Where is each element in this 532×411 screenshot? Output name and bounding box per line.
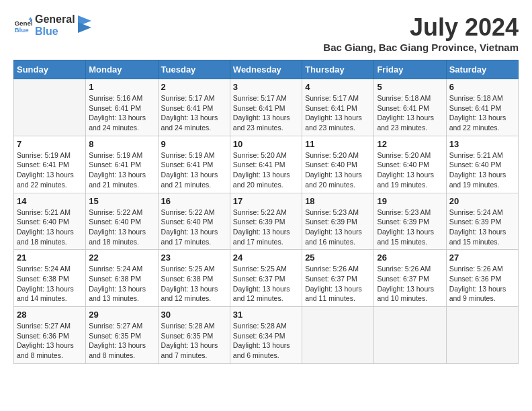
logo-blue: Blue [35, 26, 75, 38]
day-number: 16 [161, 196, 227, 206]
svg-text:Blue: Blue [14, 26, 29, 33]
svg-marker-5 [78, 22, 91, 33]
day-detail: Sunrise: 5:26 AM Sunset: 6:37 PM Dayligh… [377, 264, 443, 304]
calendar-header-row: SundayMondayTuesdayWednesdayThursdayFrid… [14, 60, 519, 79]
header-tuesday: Tuesday [158, 60, 230, 79]
calendar-cell: 9Sunrise: 5:19 AM Sunset: 6:41 PM Daylig… [158, 136, 230, 193]
day-detail: Sunrise: 5:26 AM Sunset: 6:36 PM Dayligh… [449, 264, 515, 304]
day-detail: Sunrise: 5:22 AM Sunset: 6:40 PM Dayligh… [161, 208, 227, 247]
day-number: 13 [449, 139, 515, 149]
day-number: 1 [89, 82, 154, 92]
calendar-cell: 18Sunrise: 5:23 AM Sunset: 6:39 PM Dayli… [302, 193, 374, 250]
day-number: 10 [233, 139, 299, 149]
day-number: 11 [305, 139, 371, 149]
day-detail: Sunrise: 5:22 AM Sunset: 6:39 PM Dayligh… [233, 208, 299, 247]
day-number: 8 [89, 139, 154, 149]
calendar-cell: 8Sunrise: 5:19 AM Sunset: 6:41 PM Daylig… [86, 136, 158, 193]
day-number: 19 [377, 196, 443, 206]
day-detail: Sunrise: 5:21 AM Sunset: 6:40 PM Dayligh… [449, 150, 515, 190]
header-monday: Monday [86, 60, 158, 79]
calendar-cell: 7Sunrise: 5:19 AM Sunset: 6:41 PM Daylig… [14, 136, 86, 193]
calendar-cell: 14Sunrise: 5:21 AM Sunset: 6:40 PM Dayli… [14, 193, 86, 250]
day-number: 12 [377, 139, 443, 149]
day-number: 22 [89, 253, 154, 263]
day-number: 30 [161, 310, 227, 320]
calendar-cell: 26Sunrise: 5:26 AM Sunset: 6:37 PM Dayli… [374, 250, 446, 307]
day-number: 24 [233, 253, 299, 263]
calendar-week-row: 21Sunrise: 5:24 AM Sunset: 6:38 PM Dayli… [14, 250, 519, 307]
day-detail: Sunrise: 5:19 AM Sunset: 6:41 PM Dayligh… [89, 150, 154, 190]
day-number: 9 [161, 139, 227, 149]
day-detail: Sunrise: 5:21 AM Sunset: 6:40 PM Dayligh… [17, 208, 83, 247]
day-number: 31 [233, 310, 299, 320]
day-detail: Sunrise: 5:17 AM Sunset: 6:41 PM Dayligh… [305, 93, 371, 133]
calendar-cell: 4Sunrise: 5:17 AM Sunset: 6:41 PM Daylig… [302, 79, 374, 136]
logo-flag-icon [78, 15, 91, 36]
day-number: 7 [17, 139, 83, 149]
day-number: 6 [449, 82, 515, 92]
day-detail: Sunrise: 5:27 AM Sunset: 6:35 PM Dayligh… [89, 321, 154, 361]
calendar-cell: 28Sunrise: 5:27 AM Sunset: 6:36 PM Dayli… [14, 307, 86, 364]
header-sunday: Sunday [14, 60, 86, 79]
day-detail: Sunrise: 5:17 AM Sunset: 6:41 PM Dayligh… [233, 93, 299, 133]
month-year-title: July 2024 [323, 13, 519, 42]
day-number: 2 [161, 82, 227, 92]
day-detail: Sunrise: 5:28 AM Sunset: 6:34 PM Dayligh… [233, 321, 299, 361]
day-number: 26 [377, 253, 443, 263]
day-detail: Sunrise: 5:16 AM Sunset: 6:41 PM Dayligh… [89, 93, 154, 133]
day-detail: Sunrise: 5:18 AM Sunset: 6:41 PM Dayligh… [377, 93, 443, 133]
day-detail: Sunrise: 5:18 AM Sunset: 6:41 PM Dayligh… [449, 93, 515, 133]
calendar-cell: 23Sunrise: 5:25 AM Sunset: 6:38 PM Dayli… [158, 250, 230, 307]
day-number: 15 [89, 196, 154, 206]
day-detail: Sunrise: 5:24 AM Sunset: 6:38 PM Dayligh… [17, 264, 83, 304]
calendar-cell [374, 307, 446, 364]
day-detail: Sunrise: 5:20 AM Sunset: 6:41 PM Dayligh… [233, 150, 299, 190]
header-saturday: Saturday [446, 60, 518, 79]
calendar-cell: 25Sunrise: 5:26 AM Sunset: 6:37 PM Dayli… [302, 250, 374, 307]
header-thursday: Thursday [302, 60, 374, 79]
calendar-cell: 1Sunrise: 5:16 AM Sunset: 6:41 PM Daylig… [86, 79, 158, 136]
title-block: July 2024 Bac Giang, Bac Giang Province,… [323, 13, 519, 53]
day-detail: Sunrise: 5:27 AM Sunset: 6:36 PM Dayligh… [17, 321, 83, 361]
day-detail: Sunrise: 5:20 AM Sunset: 6:40 PM Dayligh… [377, 150, 443, 190]
calendar-week-row: 1Sunrise: 5:16 AM Sunset: 6:41 PM Daylig… [14, 79, 519, 136]
calendar-cell [446, 307, 518, 364]
day-number: 18 [305, 196, 371, 206]
calendar-cell: 21Sunrise: 5:24 AM Sunset: 6:38 PM Dayli… [14, 250, 86, 307]
day-detail: Sunrise: 5:24 AM Sunset: 6:38 PM Dayligh… [89, 264, 154, 304]
logo-icon: General Blue [13, 16, 32, 35]
day-detail: Sunrise: 5:23 AM Sunset: 6:39 PM Dayligh… [305, 208, 371, 247]
day-detail: Sunrise: 5:25 AM Sunset: 6:38 PM Dayligh… [161, 264, 227, 304]
day-number: 29 [89, 310, 154, 320]
calendar-cell: 12Sunrise: 5:20 AM Sunset: 6:40 PM Dayli… [374, 136, 446, 193]
day-detail: Sunrise: 5:26 AM Sunset: 6:37 PM Dayligh… [305, 264, 371, 304]
calendar-cell: 20Sunrise: 5:24 AM Sunset: 6:39 PM Dayli… [446, 193, 518, 250]
calendar-cell: 17Sunrise: 5:22 AM Sunset: 6:39 PM Dayli… [230, 193, 302, 250]
day-number: 23 [161, 253, 227, 263]
calendar-cell: 13Sunrise: 5:21 AM Sunset: 6:40 PM Dayli… [446, 136, 518, 193]
day-number: 3 [233, 82, 299, 92]
day-detail: Sunrise: 5:19 AM Sunset: 6:41 PM Dayligh… [161, 150, 227, 190]
calendar-cell: 3Sunrise: 5:17 AM Sunset: 6:41 PM Daylig… [230, 79, 302, 136]
day-number: 25 [305, 253, 371, 263]
calendar-cell [14, 79, 86, 136]
logo: General Blue General Blue [13, 13, 91, 37]
calendar-table: SundayMondayTuesdayWednesdayThursdayFrid… [13, 60, 519, 364]
logo-general: General [35, 13, 75, 26]
day-number: 21 [17, 253, 83, 263]
svg-marker-2 [28, 17, 32, 19]
day-number: 17 [233, 196, 299, 206]
day-number: 14 [17, 196, 83, 206]
calendar-week-row: 14Sunrise: 5:21 AM Sunset: 6:40 PM Dayli… [14, 193, 519, 250]
calendar-cell: 6Sunrise: 5:18 AM Sunset: 6:41 PM Daylig… [446, 79, 518, 136]
calendar-cell: 31Sunrise: 5:28 AM Sunset: 6:34 PM Dayli… [230, 307, 302, 364]
calendar-cell [302, 307, 374, 364]
calendar-cell: 29Sunrise: 5:27 AM Sunset: 6:35 PM Dayli… [86, 307, 158, 364]
header-wednesday: Wednesday [230, 60, 302, 79]
day-number: 27 [449, 253, 515, 263]
calendar-cell: 15Sunrise: 5:22 AM Sunset: 6:40 PM Dayli… [86, 193, 158, 250]
calendar-week-row: 28Sunrise: 5:27 AM Sunset: 6:36 PM Dayli… [14, 307, 519, 364]
day-detail: Sunrise: 5:24 AM Sunset: 6:39 PM Dayligh… [449, 208, 515, 247]
calendar-cell: 24Sunrise: 5:25 AM Sunset: 6:37 PM Dayli… [230, 250, 302, 307]
calendar-cell: 11Sunrise: 5:20 AM Sunset: 6:40 PM Dayli… [302, 136, 374, 193]
